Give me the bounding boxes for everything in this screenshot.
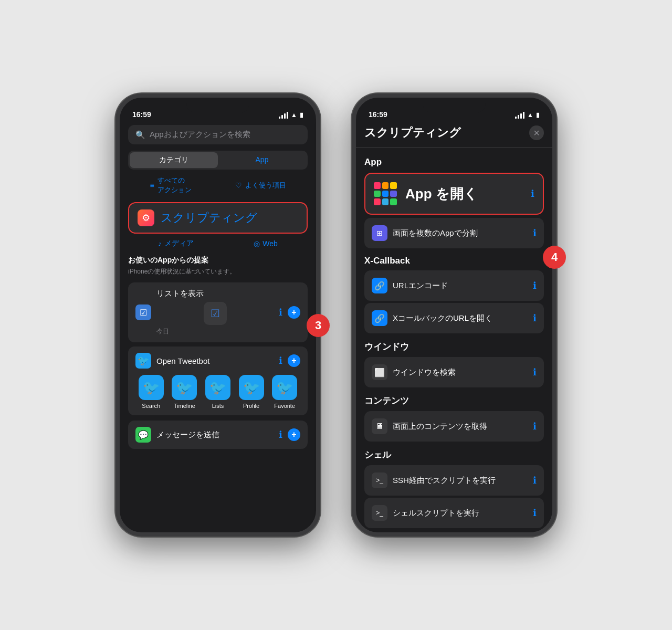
screen-content-item[interactable]: 🖥 画面上のコンテンツを取得 ℹ [364,411,544,442]
shortcut-lists[interactable]: 🐦 Lists [205,375,230,409]
message-add-btn[interactable]: + [288,428,300,441]
search-icon: 🔍 [135,130,145,140]
all-actions-label: すべてのアクション [158,176,192,195]
tab-app[interactable]: App [218,152,306,168]
split-screen-info[interactable]: ℹ [533,228,537,238]
favorites-item[interactable]: ♡ よく使う項目 [235,176,286,195]
shortcut-profile[interactable]: 🐦 Profile [239,375,264,409]
list-add-btn[interactable]: + [288,306,300,319]
right-phone-wrapper: 16:59 ▲ ▮ スクリプティング × App [352,93,556,537]
tweetbot-shortcuts: 🐦 Search 🐦 Timeline 🐦 Lists 🐦 Profile [135,375,300,409]
time-right: 16:59 [369,110,387,119]
music-icon: ♪ [158,239,162,248]
shortcut-timeline[interactable]: 🐦 Timeline [172,375,197,409]
app-open-info[interactable]: ℹ [531,188,534,199]
app-open-item[interactable]: App を開く ℹ [364,173,544,215]
notch-right [423,98,486,113]
battery-icon: ▮ [300,111,303,119]
list-preview-item: ☑ [204,302,227,325]
tweetbot-label: Open Tweetbot [156,356,209,365]
web-label: Web [262,239,278,248]
left-phone-wrapper: 16:59 ▲ ▮ 🔍 Appおよびアクションを検索 カテゴリ [116,93,320,537]
shortcut-search-label: Search [142,403,160,409]
url-encode-info[interactable]: ℹ [533,280,537,291]
shell-section-label: シェル [356,444,552,463]
xcallback-section-label: X-Callback [356,250,552,268]
notch [186,98,249,113]
shortcut-timeline-icon: 🐦 [172,375,197,400]
status-icons-right: ▲ ▮ [515,111,540,119]
list-date: 今日 [156,327,274,336]
web-icon: ◎ [254,239,260,248]
step-badge-3: 3 [307,314,330,337]
shortcut-lists-label: Lists [212,403,224,409]
ssh-item[interactable]: >_ SSH経由でスクリプトを実行 ℹ [364,465,544,496]
scripting-highlighted-item[interactable]: ⚙ スクリプティング [128,202,308,234]
shortcut-favorite[interactable]: 🐦 Favorite [272,375,297,409]
message-info-btn[interactable]: ℹ [279,429,282,440]
wifi-icon: ▲ [291,111,297,119]
media-label: メディア [164,239,194,248]
window-search-info[interactable]: ℹ [533,367,537,377]
tweetbot-add-btn[interactable]: + [288,354,300,367]
url-encode-item[interactable]: 🔗 URLエンコード ℹ [364,270,544,301]
right-header: スクリプティング × [356,121,552,148]
shell-script-icon: >_ [372,505,387,521]
ssh-label: SSH経由でスクリプトを実行 [393,476,496,486]
wifi-icon-right: ▲ [527,111,533,119]
tweetbot-icon: 🐦 [135,353,151,369]
step-badge-4: 4 [543,246,566,269]
media-item[interactable]: ♪ メディア [158,239,194,248]
battery-icon-right: ▮ [536,111,540,119]
tweetbot-section: 🐦 Open Tweetbot ℹ + 🐦 Search 🐦 Timeline [128,346,308,415]
message-label: メッセージを送信 [156,430,219,440]
all-actions-item[interactable]: ≡ すべてのアクション [150,176,191,195]
tweetbot-header: 🐦 Open Tweetbot ℹ + [135,353,300,369]
screen-content-info[interactable]: ℹ [533,421,537,432]
ssh-info[interactable]: ℹ [533,475,537,486]
checkbox-icon: ☑ [135,304,151,320]
tab-category[interactable]: カテゴリ [130,152,218,168]
close-button[interactable]: × [529,125,544,140]
window-section-label: ウインドウ [356,335,552,355]
tab-bar: カテゴリ App [128,151,308,170]
url-encode-label: URLエンコード [393,281,448,291]
message-action-row[interactable]: 💬 メッセージを送信 ℹ + [128,421,308,449]
window-search-item[interactable]: ⬜ ウインドウを検索 ℹ [364,357,544,387]
split-screen-label: 画面を複数のAppで分割 [393,228,478,238]
contents-section-label: コンテンツ [356,390,552,409]
shortcut-profile-icon: 🐦 [239,375,264,400]
scripting-icon: ⚙ [138,209,154,226]
list-action-row[interactable]: ☑ リストを表示 ☑ 今日 ℹ + [128,282,308,342]
shortcut-favorite-label: Favorite [274,403,295,409]
left-phone-content: 🔍 Appおよびアクションを検索 カテゴリ App ≡ すべてのアクション ♡ … [120,121,316,532]
shortcut-lists-icon: 🐦 [205,375,230,400]
url-encode-icon: 🔗 [372,278,387,293]
search-bar[interactable]: 🔍 Appおよびアクションを検索 [128,125,308,144]
left-phone: 16:59 ▲ ▮ 🔍 Appおよびアクションを検索 カテゴリ [116,93,320,537]
shortcut-search-icon: 🐦 [139,375,164,400]
screen-content-label: 画面上のコンテンツを取得 [393,422,487,432]
signal-icon-right [515,112,524,119]
split-screen-item[interactable]: ⊞ 画面を複数のAppで分割 ℹ [364,218,544,248]
list-action-label: リストを表示 [156,289,274,299]
heart-icon: ♡ [235,181,242,190]
shortcut-search[interactable]: 🐦 Search [139,375,164,409]
xcallback-info[interactable]: ℹ [533,313,537,323]
suggestions-sub: iPhoneの使用状況に基づいています。 [120,267,316,280]
xcallback-item[interactable]: 🔗 XコールバックのURLを開く ℹ [364,303,544,333]
list-info-btn[interactable]: ℹ [279,307,282,318]
xcallback-label: XコールバックのURLを開く [393,313,492,323]
right-content: App App を開く ℹ ⊞ 画面を複数のAppで分割 ℹ X-Callbac… [356,148,552,532]
sub-categories: ♪ メディア ◎ Web [120,239,316,248]
signal-icon [279,112,288,119]
list-icon: ≡ [150,181,154,190]
search-placeholder: Appおよびアクションを検索 [150,130,250,140]
status-icons-left: ▲ ▮ [279,111,303,119]
categories-grid: ≡ すべてのアクション ♡ よく使う項目 [120,176,316,195]
web-item[interactable]: ◎ Web [254,239,278,248]
shell-script-item[interactable]: >_ シェルスクリプトを実行 ℹ [364,498,544,528]
window-search-label: ウインドウを検索 [393,368,456,377]
shell-script-info[interactable]: ℹ [533,508,537,518]
tweetbot-info-btn[interactable]: ℹ [279,355,282,366]
